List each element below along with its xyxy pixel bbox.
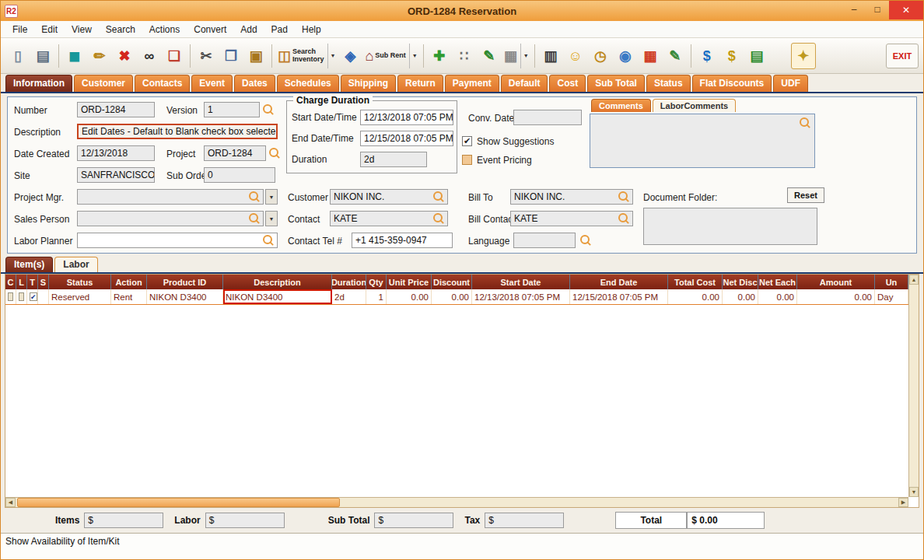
row-checkbox-checked[interactable]: ✔ — [30, 292, 37, 301]
tab-contacts[interactable]: Contacts — [135, 75, 190, 92]
tab-shipping[interactable]: Shipping — [341, 75, 396, 92]
conv-date-field[interactable] — [513, 110, 582, 125]
comments-tab-comments[interactable]: Comments — [591, 99, 651, 112]
group-items-button[interactable]: ∷ — [452, 43, 477, 69]
scroll-down-button[interactable]: ▼ — [909, 487, 919, 497]
column-header-total-cost[interactable]: Total Cost — [668, 275, 723, 289]
cell-total-cost[interactable]: 0.00 — [668, 289, 723, 304]
column-header-end-date[interactable]: End Date — [570, 275, 668, 289]
column-header-description[interactable]: Description — [223, 275, 332, 289]
bill-contact-field[interactable]: KATE — [510, 211, 633, 226]
delete-button[interactable]: ✖ — [112, 43, 137, 69]
customer-field[interactable]: NIKON INC. — [330, 189, 448, 205]
search-inventory-button[interactable]: ◫Search Inventory▼ — [275, 43, 338, 69]
row-checkbox[interactable] — [8, 292, 13, 301]
cell-net-each[interactable]: 0.00 — [758, 289, 797, 304]
cell-discount[interactable]: 0.00 — [432, 289, 472, 304]
labor-total-field[interactable]: $ — [205, 513, 285, 528]
tab-information[interactable]: Information — [5, 75, 72, 92]
tab-return[interactable]: Return — [397, 75, 443, 92]
column-header-c[interactable]: C — [5, 275, 16, 289]
tab-schedules[interactable]: Schedules — [277, 75, 339, 92]
items-total-field[interactable]: $ — [84, 513, 163, 528]
vertical-scrollbar[interactable]: ▲ ▼ — [908, 275, 919, 497]
labor-planner-magnifier-icon[interactable] — [263, 235, 274, 246]
version-magnifier-icon[interactable] — [263, 104, 274, 115]
cell-qty[interactable]: 1 — [366, 289, 387, 304]
column-header-duration[interactable]: Duration — [332, 275, 366, 289]
new-document-button[interactable]: ▯ — [5, 43, 30, 69]
cell-t[interactable]: ✔ — [27, 289, 38, 304]
money-button[interactable]: $ — [719, 43, 744, 69]
column-header-qty[interactable]: Qty — [366, 275, 387, 289]
column-header-amount[interactable]: Amount — [797, 275, 875, 289]
date-created-field[interactable]: 12/13/2018 — [77, 145, 155, 161]
cell-net-disc[interactable]: 0.00 — [723, 289, 758, 304]
event-pricing-checkbox[interactable] — [462, 155, 472, 165]
tab-event[interactable]: Event — [191, 75, 233, 92]
maximize-button[interactable]: □ — [866, 1, 889, 18]
show-suggestions-checkbox[interactable]: ✔ — [462, 136, 472, 146]
scroll-right-button[interactable]: ▶ — [898, 498, 908, 507]
vertical-scroll-track[interactable] — [909, 285, 919, 487]
disc-button[interactable]: ◉ — [613, 43, 638, 69]
cell-duration[interactable]: 2d — [332, 289, 366, 304]
cell-start-date[interactable]: 12/13/2018 07:05 PM — [472, 289, 570, 304]
language-field[interactable] — [513, 233, 576, 248]
grid-view-dropdown[interactable]: ▼ — [520, 44, 529, 68]
comments-box[interactable] — [590, 114, 815, 168]
sub-orders-field[interactable]: 0 — [204, 167, 275, 183]
cut-button[interactable]: ✂ — [194, 43, 219, 69]
key-button[interactable]: ✦ — [791, 43, 816, 69]
tab-flat-discounts[interactable]: Flat Discounts — [692, 75, 772, 92]
close-button[interactable]: ✕ — [889, 1, 923, 19]
edit-note-button[interactable]: ✎ — [477, 43, 502, 69]
sales-person-field[interactable] — [77, 211, 264, 226]
cell-amount[interactable]: 0.00 — [797, 289, 875, 304]
column-header-net-disc[interactable]: Net Disc — [723, 275, 758, 289]
cell-l[interactable] — [16, 289, 27, 304]
tab-dates[interactable]: Dates — [234, 75, 275, 92]
project-field[interactable]: ORD-1284 — [204, 145, 266, 161]
column-header-start-date[interactable]: Start Date — [472, 275, 570, 289]
language-magnifier-icon[interactable] — [580, 235, 591, 246]
scroll-left-button[interactable]: ◀ — [5, 498, 16, 507]
smiley-button[interactable]: ☺ — [563, 43, 588, 69]
cell-s[interactable] — [38, 289, 49, 304]
end-datetime-field[interactable]: 12/15/2018 07:05 PM — [360, 131, 453, 146]
exit-button[interactable]: EXIT — [886, 44, 919, 68]
horizontal-scroll-thumb[interactable] — [17, 498, 340, 507]
table-row[interactable]: ✔ReservedRentNIKON D3400NIKON D34002d10.… — [5, 289, 908, 305]
grid-view-button[interactable]: ▦▼ — [502, 43, 531, 69]
menu-view[interactable]: View — [65, 23, 99, 37]
find-binoculars-button[interactable]: ∞ — [137, 43, 162, 69]
sales-person-magnifier-icon[interactable] — [249, 213, 260, 224]
subtotal-field[interactable]: $ — [374, 513, 453, 528]
version-field[interactable]: 1 — [204, 102, 260, 117]
column-header-un[interactable]: Un — [875, 275, 908, 289]
cell-status[interactable]: Reserved — [49, 289, 111, 304]
tab-sub-total[interactable]: Sub Total — [587, 75, 645, 92]
project-mgr-magnifier-icon[interactable] — [249, 191, 260, 202]
menu-search[interactable]: Search — [99, 23, 142, 37]
tax-field[interactable]: $ — [485, 513, 564, 528]
sub-rent-button[interactable]: ⌂Sub Rent▼ — [362, 43, 419, 69]
labor-planner-field[interactable] — [77, 233, 278, 248]
number-field[interactable]: ORD-1284 — [77, 102, 155, 117]
menu-convert[interactable]: Convert — [187, 23, 233, 37]
cell-end-date[interactable]: 12/15/2018 07:05 PM — [570, 289, 668, 304]
column-header-action[interactable]: Action — [111, 275, 147, 289]
horizontal-scrollbar[interactable]: ◀ ▶ — [5, 497, 908, 507]
grand-total-field[interactable]: $ 0.00 — [687, 512, 765, 529]
document-folder-box[interactable] — [643, 208, 817, 245]
column-header-discount[interactable]: Discount — [432, 275, 472, 289]
export-notes-button[interactable]: ❏ — [162, 43, 187, 69]
dollar-transfer-button[interactable]: $ — [695, 43, 719, 69]
sub-rent-dropdown[interactable]: ▼ — [409, 44, 418, 68]
menu-file[interactable]: File — [5, 23, 34, 37]
shapes-filter-button[interactable]: ◈ — [338, 43, 362, 69]
row-checkbox[interactable] — [19, 292, 24, 301]
column-header-status[interactable]: Status — [49, 275, 111, 289]
duration-field[interactable]: 2d — [360, 152, 427, 167]
sales-person-dropdown[interactable]: ▼ — [265, 211, 278, 226]
